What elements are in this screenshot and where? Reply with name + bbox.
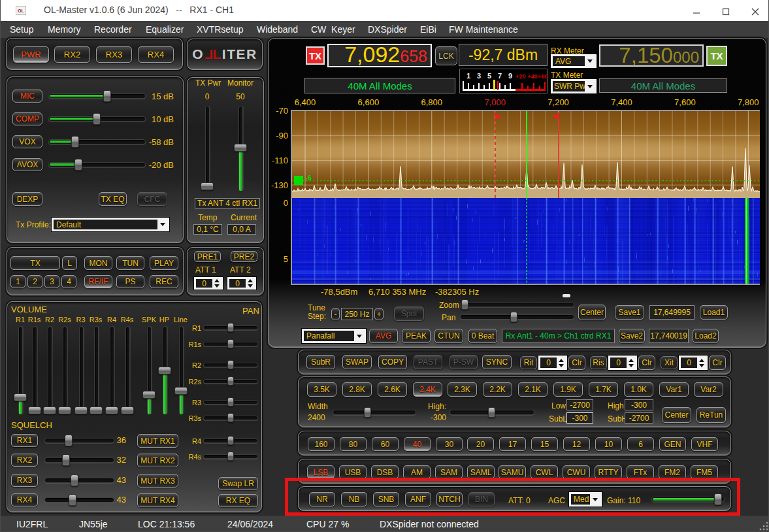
svg-text:+20: +20 (515, 73, 525, 80)
svg-text:7: 7 (498, 72, 502, 80)
svg-text:+60: +60 (538, 73, 548, 80)
svg-text:3: 3 (477, 72, 481, 80)
svg-text:9: 9 (508, 72, 512, 80)
svg-text:1: 1 (466, 72, 470, 80)
svg-text:5: 5 (487, 72, 491, 80)
svg-text:+40: +40 (527, 73, 537, 80)
svg-text:-6: -6 (305, 174, 312, 182)
